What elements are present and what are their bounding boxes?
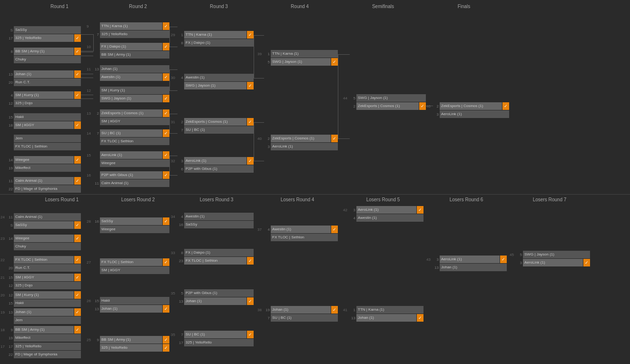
match-w11: 11 13 Johan (1) Awestin (1) ✓ [93, 65, 169, 81]
match-lr21: 21 15 SM | iiGGY ✓ 12 325 | Dojo [7, 274, 81, 290]
match-lr18: 18 9 BB SM | Army (1) ✓ 19 Mikeffect [7, 326, 81, 342]
match-w30: 30 4 Awestin (1) SWG | Jayson (1) ✓ [177, 74, 254, 90]
losers-divider [0, 194, 630, 195]
match-lr35b: 35 7 SU | BC (1) ✓ 17 325 | YelloRello [177, 331, 254, 347]
match-lr41: 41 1 TTN | Karna (1) 13 Johan (1) ✓ [350, 306, 423, 322]
col-label-r2: Round 2 [105, 4, 171, 9]
match-lr38: 38 19 Johan (1) ✓ 7 SU | BC (1) [264, 306, 338, 322]
losers-r7-label: Losers Round 7 [516, 197, 583, 202]
match-w5: 15 Hakii 18 SM | iiGGY ✓ [7, 113, 81, 129]
col-label-r3: Round 3 [186, 4, 252, 9]
match-w16: 16 P2P with Gibus (1) ✓ 11 Calm Animal (… [93, 171, 169, 187]
losers-r4-label: Losers Round 4 [264, 197, 331, 202]
match-w1: S SaSSy 17 325 | YelloRello ✓ [7, 26, 81, 42]
match-w3: 13 Johan (1) ✓ 20 Run C.T. [7, 70, 81, 87]
losers-r1-label: Losers Round 1 [29, 197, 95, 202]
match-lr24: 24 11 Calm Animal (1) S SaSSy ✓ [7, 213, 81, 229]
losers-r5-label: Losers Round 5 [350, 197, 416, 202]
match-w44: 44 5 SWG | Jayson (1) 2 ZekEsports | Cos… [350, 94, 426, 110]
match-lr19: 19 13 Johan (1) ✓ Jern [7, 308, 81, 325]
match-lr22: 22 FX TLOC | Sethlon ✓ 20 Run C.T. [7, 256, 81, 272]
match-w32: 32 3 AeroLink (1) ✓ 6 P2P with Gibus (1) [177, 157, 254, 173]
losers-r3-label: Losers Round 3 [183, 197, 250, 202]
match-lr45: 45 5 SWG | Jayson (1) 3 AeroLink (1) ✓ [516, 251, 590, 267]
match-lr33: 33 8 FX | Dakpo (1) 23 FX TLOC | Sethlon… [177, 249, 254, 265]
match-w39: 39 1 TTN | Karna (1) 5 SWG | Jayson (1) … [264, 50, 338, 66]
col-label-sf: Semifinals [352, 4, 414, 9]
match-w40: 40 2 ZekEsports | Cosmos (1) ✓ 3 AeroLin… [264, 135, 338, 151]
losers-r2-label: Losers Round 2 [105, 197, 171, 202]
match-w4: 4 SM | Kurry (1) ✓ 12 325 | Dojo [7, 91, 81, 108]
match-w6: Jern FX TLOC | Sethlon [7, 135, 81, 151]
match-lr25: 25 9 BB SM | Army (1) ✓ 325 | YelloRello… [93, 336, 169, 352]
col-label-r4: Round 4 [271, 4, 328, 9]
match-lr28: 28 16 SaSSy ✓ Weegee [93, 217, 169, 234]
match-w12: 12 SM | Kurry (1) SWG | Jayson (1) ✓ [93, 87, 169, 103]
match-w10: 10 FX | Dakpo (1) ✓ BB SM | Army (1) [93, 43, 169, 59]
match-w46: 46 2 ZekEsports | Cosmos (1) ✓ 3 AeroLin… [433, 102, 509, 118]
match-lr20: 20 12 SM | Kurry (1) ✓ 15 Hakii [7, 291, 81, 307]
match-w8: 11 Calm Animal (1) ✓ 22 FD | Mage of Sym… [7, 177, 81, 193]
match-w15: 15 AeroLink (1) ✓ Weegee [93, 151, 169, 167]
losers-r6-label: Losers Round 6 [433, 197, 500, 202]
match-lr42: 42 3 AeroLink (1) ✓ 4 Awestin (1) [350, 206, 423, 222]
match-lr23: 23 14 Weegee ✓ Chuky [7, 235, 81, 251]
match-lr37: 37 4 Awestin (1) ✓ FX TLOC | Sethlon [264, 226, 338, 242]
match-lr17: 17 17 325 | YelloRello 22 FD | Mage of S… [7, 343, 81, 359]
col-label-r1: Round 1 [29, 4, 90, 9]
match-lr26: 26 15 Hakii 13 Johan (1) ✓ [93, 297, 169, 313]
match-lr27: 27 FX TLOC | Sethlon ✓ SM | iiGGY [93, 258, 169, 275]
match-w31: 31 2 ZekEsports | Cosmos (1) ✓ 7 SU | BC… [177, 118, 254, 134]
col-label-fn: Finals [438, 4, 490, 9]
match-w29: 29 1 TTN | Karna (1) ✓ 8 FX | Dakpo (1) [177, 31, 254, 47]
match-w13: 13 2 ZekEsports | Cosmos (1) ✓ SM | iiGG… [93, 109, 169, 126]
match-w2: 8 BB SM | Army (1) ✓ Chuky [7, 48, 81, 64]
match-lr43: 43 3 AeroLink (1) ✓ 13 Johan (1) [433, 256, 507, 272]
match-w14: 14 7 SU | BC (1) ✓ FX TLOC | Sethlon [93, 129, 169, 146]
match-w7: 14 Weegee ✓ 19 Mikeffect [7, 156, 81, 172]
match-lr34: 34 4 Awestin (1) 16 SaSSy [177, 213, 254, 229]
match-lr35a: 35 5 P2P with Gibus (1) 13 Johan (1) ✓ [177, 289, 254, 305]
match-w9: 9 TTN | Karna (1) ✓ 7 325 | YelloRello [93, 22, 169, 39]
